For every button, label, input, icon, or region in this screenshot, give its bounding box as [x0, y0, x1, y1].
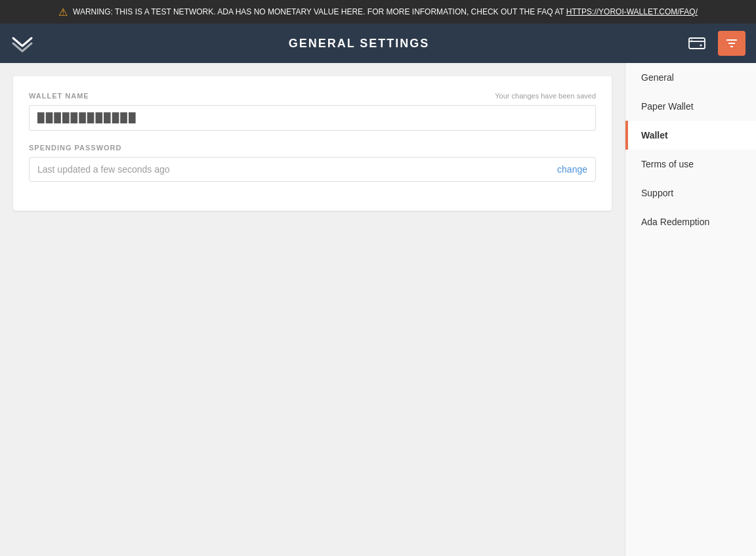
wallet-icon [688, 34, 706, 53]
logo [10, 32, 34, 55]
wallet-name-label: WALLET NAME Your changes have been saved [29, 92, 596, 100]
main-layout: WALLET NAME Your changes have been saved… [0, 63, 756, 556]
page-title: GENERAL SETTINGS [289, 37, 430, 51]
filter-icon [724, 36, 739, 51]
sidebar: General Paper Wallet Wallet Terms of use… [625, 63, 756, 556]
spending-password-label: SPENDING PASSWORD [29, 144, 596, 152]
change-password-button[interactable]: change [557, 164, 587, 175]
content-area: WALLET NAME Your changes have been saved… [0, 63, 625, 556]
wallet-name-group: WALLET NAME Your changes have been saved [29, 92, 596, 131]
sidebar-item-ada-redemption[interactable]: Ada Redemption [625, 207, 756, 236]
password-field: Last updated a few seconds ago change [29, 157, 596, 182]
sidebar-item-paper-wallet[interactable]: Paper Wallet [625, 92, 756, 121]
wallet-name-input[interactable] [29, 105, 596, 131]
saved-message: Your changes have been saved [495, 92, 596, 100]
logo-icon [10, 32, 34, 55]
navbar-actions [684, 30, 746, 56]
warning-text: WARNING: THIS IS A TEST NETWORK. ADA HAS… [73, 7, 698, 16]
svg-point-1 [700, 45, 702, 47]
warning-icon: ⚠ [58, 6, 68, 18]
navbar: GENERAL SETTINGS [0, 24, 756, 63]
filter-button[interactable] [718, 31, 746, 56]
sidebar-item-general[interactable]: General [625, 63, 756, 92]
settings-card: WALLET NAME Your changes have been saved… [13, 76, 612, 211]
sidebar-item-wallet[interactable]: Wallet [625, 121, 756, 150]
warning-link[interactable]: HTTPS://YOROI-WALLET.COM/FAQ/ [566, 7, 698, 16]
sidebar-item-terms-of-use[interactable]: Terms of use [625, 150, 756, 179]
wallet-icon-button[interactable] [684, 30, 710, 56]
warning-banner: ⚠ WARNING: THIS IS A TEST NETWORK. ADA H… [0, 0, 756, 24]
sidebar-item-support[interactable]: Support [625, 179, 756, 207]
last-updated-text: Last updated a few seconds ago [37, 164, 170, 175]
spending-password-group: SPENDING PASSWORD Last updated a few sec… [29, 144, 596, 182]
